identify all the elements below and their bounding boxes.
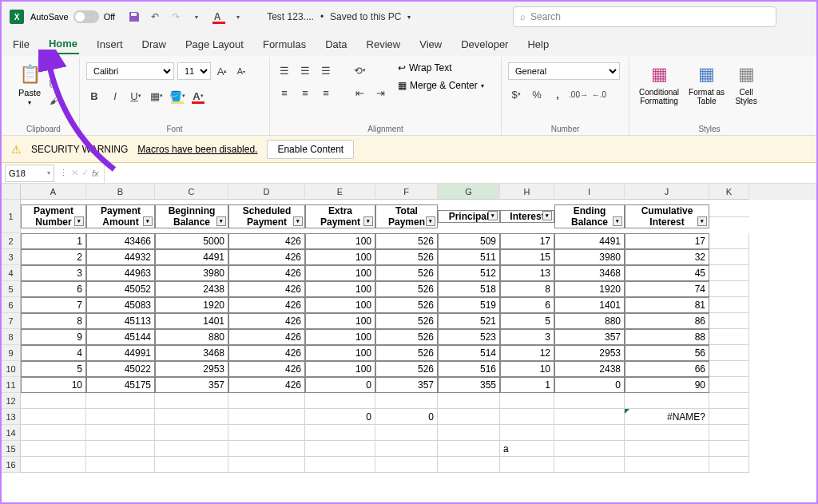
tab-view[interactable]: View [418,35,443,54]
table-cell[interactable]: 88 [625,329,709,345]
select-all-corner[interactable] [2,184,21,200]
table-cell[interactable]: 1920 [155,297,228,313]
cell[interactable] [554,425,625,441]
cell[interactable] [228,425,305,441]
cell[interactable] [709,457,749,473]
table-cell[interactable]: 526 [375,329,438,345]
table-cell[interactable]: 100 [305,249,375,265]
cell[interactable] [709,409,749,425]
cell[interactable] [86,457,155,473]
table-cell[interactable]: 3 [21,265,86,281]
table-cell[interactable]: 880 [155,329,228,345]
cell[interactable] [375,425,438,441]
table-cell[interactable]: 100 [305,297,375,313]
table-cell[interactable]: 13 [500,265,554,281]
col-header[interactable]: J [625,184,709,200]
table-cell[interactable]: 521 [438,313,500,329]
row-header[interactable]: 6 [2,297,21,313]
cell[interactable] [86,441,155,457]
cell[interactable] [554,457,625,473]
cell[interactable] [500,393,554,409]
table-cell[interactable]: 426 [228,281,305,297]
table-cell[interactable]: 44932 [86,249,155,265]
cell[interactable] [86,425,155,441]
table-cell[interactable]: 5 [500,313,554,329]
table-cell[interactable]: 426 [228,345,305,361]
row-header[interactable]: 1 [2,200,21,233]
save-icon[interactable] [128,10,141,23]
cell[interactable]: #NAME? [625,409,709,425]
cell[interactable] [86,393,155,409]
copy-icon[interactable]: ⎘ [50,77,60,89]
align-center-icon[interactable]: ≡ [297,85,313,101]
align-left-icon[interactable]: ≡ [276,85,292,101]
comma-icon[interactable]: , [550,86,566,102]
table-cell[interactable]: 1401 [554,297,625,313]
col-header[interactable]: H [500,184,554,200]
cell[interactable] [228,457,305,473]
table-cell[interactable]: 1 [21,233,86,249]
table-cell[interactable]: 100 [305,265,375,281]
search-input[interactable]: ⌕ Search [513,6,776,27]
table-header[interactable]: PaymentNumber▾ [21,204,86,229]
row-header[interactable]: 8 [2,329,21,345]
filter-icon[interactable]: ▾ [293,216,303,226]
table-cell[interactable]: 526 [375,281,438,297]
cell[interactable] [438,393,500,409]
table-cell[interactable]: 100 [305,361,375,377]
tab-formulas[interactable]: Formulas [261,35,308,54]
cell[interactable] [709,393,749,409]
table-cell[interactable]: 12 [500,345,554,361]
orientation-icon[interactable]: ⟲▾ [351,62,367,78]
table-cell[interactable]: 5000 [155,233,228,249]
cell[interactable] [625,393,709,409]
tab-home[interactable]: Home [47,34,79,54]
cell[interactable] [500,457,554,473]
table-cell[interactable]: 0 [554,377,625,393]
cell[interactable] [709,297,749,313]
table-cell[interactable]: 426 [228,377,305,393]
cell[interactable] [155,457,228,473]
table-cell[interactable]: 1920 [554,281,625,297]
autosave-toggle[interactable] [73,10,99,23]
table-cell[interactable]: 426 [228,233,305,249]
table-cell[interactable]: 81 [625,297,709,313]
filename-dropdown-icon[interactable]: ▾ [407,14,411,21]
filter-icon[interactable]: ▾ [697,216,707,226]
table-cell[interactable]: 426 [228,313,305,329]
table-cell[interactable]: 100 [305,233,375,249]
table-cell[interactable]: 0 [305,377,375,393]
increase-decimal-icon[interactable]: .00→ [570,86,586,102]
table-cell[interactable]: 516 [438,361,500,377]
table-cell[interactable]: 3 [500,329,554,345]
cell[interactable] [305,457,375,473]
table-cell[interactable]: 44963 [86,265,155,281]
tab-help[interactable]: Help [526,35,550,54]
cell[interactable] [438,441,500,457]
table-cell[interactable]: 15 [500,249,554,265]
number-format-select[interactable]: General [508,62,620,80]
cell[interactable] [709,329,749,345]
col-header[interactable]: D [228,184,305,200]
cell-styles-button[interactable]: ▦ Cell Styles [731,59,761,109]
cell[interactable] [709,216,749,217]
cell[interactable] [155,393,228,409]
font-name-select[interactable]: Calibri [86,62,174,80]
cell[interactable] [554,393,625,409]
underline-button[interactable]: U▾ [128,88,144,104]
table-cell[interactable]: 526 [375,249,438,265]
row-header[interactable]: 10 [2,361,21,377]
table-cell[interactable]: 1 [500,377,554,393]
table-cell[interactable]: 512 [438,265,500,281]
align-top-icon[interactable]: ☰ [276,62,292,78]
table-cell[interactable]: 426 [228,361,305,377]
table-cell[interactable]: 17 [625,233,709,249]
cell[interactable] [375,441,438,457]
cell[interactable]: 0 [305,409,375,425]
table-cell[interactable]: 86 [625,313,709,329]
table-cell[interactable]: 45113 [86,313,155,329]
table-cell[interactable]: 45 [625,265,709,281]
table-cell[interactable]: 426 [228,297,305,313]
cell[interactable] [625,441,709,457]
cell[interactable] [86,409,155,425]
